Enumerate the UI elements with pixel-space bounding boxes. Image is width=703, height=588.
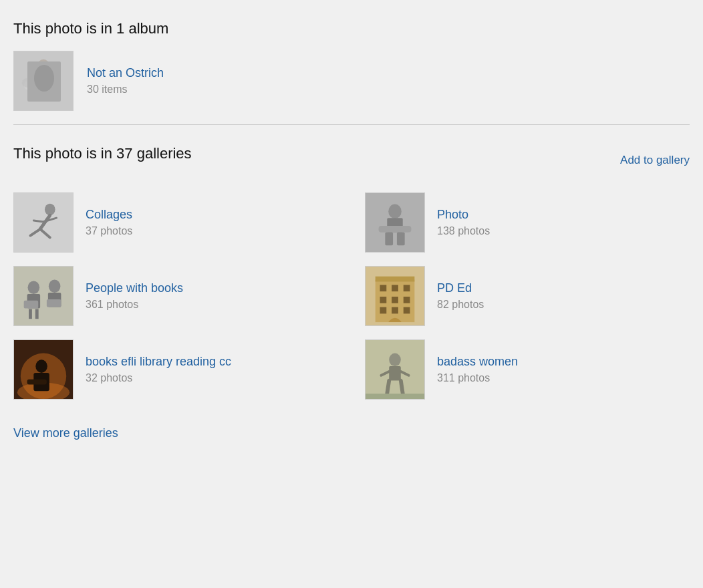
- album-info: Not an Ostrich 30 items: [87, 66, 164, 96]
- svg-rect-31: [376, 277, 415, 282]
- svg-rect-49: [389, 366, 401, 381]
- gallery-item-efli: books efli library reading cc 32 photos: [13, 339, 338, 400]
- gallery-count-people-with-books: 361 photos: [86, 299, 183, 311]
- album-section: This photo is in 1 album Not an Ostrich …: [13, 20, 690, 111]
- gallery-info-photo: Photo 138 photos: [437, 208, 490, 237]
- svg-rect-38: [380, 307, 387, 314]
- gallery-item-collages: Collages 37 photos: [13, 192, 338, 253]
- svg-rect-36: [392, 297, 398, 303]
- gallery-count-pd-ed: 82 photos: [437, 299, 484, 311]
- gallery-thumbnail-photo: [365, 192, 425, 253]
- svg-rect-3: [33, 84, 53, 100]
- svg-point-8: [45, 204, 55, 216]
- collages-thumb-svg: [14, 193, 73, 252]
- gallery-info-efli: books efli library reading cc 32 photos: [86, 355, 231, 384]
- gallery-thumbnail-badass: [365, 339, 425, 400]
- section-divider: [13, 124, 690, 125]
- svg-line-50: [387, 381, 389, 394]
- gallery-count-efli: 32 photos: [86, 372, 231, 384]
- svg-rect-40: [404, 307, 410, 314]
- gallery-name-people-with-books[interactable]: People with books: [86, 281, 183, 295]
- svg-point-48: [389, 353, 401, 367]
- svg-rect-19: [397, 233, 405, 246]
- svg-rect-17: [379, 226, 412, 233]
- svg-point-44: [35, 359, 47, 373]
- svg-point-2: [37, 59, 49, 73]
- gallery-name-badass-women[interactable]: badass women: [437, 355, 518, 368]
- photo-thumb-svg: [366, 193, 424, 252]
- galleries-header: This photo is in 37 galleries Add to gal…: [13, 145, 690, 176]
- album-count: 30 items: [87, 84, 164, 96]
- svg-rect-18: [385, 233, 393, 246]
- galleries-section: This photo is in 37 galleries Add to gal…: [13, 145, 690, 440]
- add-to-gallery-button[interactable]: Add to gallery: [620, 154, 690, 167]
- pded-thumb-svg: [366, 267, 424, 325]
- svg-rect-33: [392, 285, 398, 291]
- gallery-count-badass-women: 311 photos: [437, 372, 518, 384]
- galleries-grid: Collages 37 photos Photo 1: [13, 192, 690, 400]
- svg-rect-37: [404, 297, 410, 303]
- gallery-name-pd-ed[interactable]: PD Ed: [437, 281, 472, 295]
- svg-point-24: [49, 280, 61, 293]
- gallery-count-collages: 37 photos: [86, 225, 132, 237]
- album-row: Not an Ostrich 30 items: [13, 51, 690, 111]
- gallery-thumbnail-collages: [13, 192, 74, 253]
- svg-rect-23: [24, 301, 39, 309]
- svg-rect-20: [14, 267, 73, 325]
- gallery-item-badass-women: badass women 311 photos: [365, 339, 690, 400]
- svg-rect-35: [380, 297, 387, 303]
- svg-point-6: [22, 78, 33, 88]
- gallery-name-collages[interactable]: Collages: [86, 208, 132, 221]
- album-thumb-svg: [14, 51, 73, 110]
- svg-rect-34: [404, 285, 410, 291]
- svg-rect-32: [380, 285, 387, 291]
- gallery-item-photo: Photo 138 photos: [365, 192, 690, 253]
- svg-rect-26: [47, 299, 61, 307]
- gallery-count-photo: 138 photos: [437, 225, 490, 237]
- album-thumbnail: [13, 51, 74, 111]
- svg-point-21: [28, 281, 40, 295]
- efli-thumb-svg: [14, 340, 73, 399]
- svg-line-51: [401, 381, 403, 394]
- svg-point-1: [34, 63, 52, 86]
- gallery-info-people-with-books: People with books 361 photos: [86, 281, 183, 311]
- books-thumb-svg: [14, 267, 73, 325]
- gallery-item-people-with-books: People with books 361 photos: [13, 266, 338, 326]
- gallery-thumbnail-books: [13, 266, 74, 326]
- gallery-name-efli[interactable]: books efli library reading cc: [86, 355, 231, 368]
- svg-rect-54: [366, 394, 424, 399]
- gallery-thumbnail-efli: [13, 339, 74, 400]
- gallery-name-photo[interactable]: Photo: [437, 208, 468, 221]
- badass-thumb-svg: [366, 340, 424, 399]
- album-section-heading: This photo is in 1 album: [13, 20, 690, 37]
- svg-rect-46: [27, 380, 47, 385]
- gallery-thumbnail-pded: [365, 266, 425, 326]
- svg-line-13: [33, 220, 43, 222]
- gallery-info-collages: Collages 37 photos: [86, 208, 132, 237]
- svg-point-15: [388, 204, 402, 219]
- gallery-info-badass-women: badass women 311 photos: [437, 355, 518, 384]
- galleries-section-heading: This photo is in 37 galleries: [13, 145, 192, 162]
- svg-rect-39: [392, 307, 398, 314]
- gallery-info-pd-ed: PD Ed 82 photos: [437, 281, 484, 311]
- view-more-galleries-link[interactable]: View more galleries: [13, 426, 118, 440]
- gallery-item-pd-ed: PD Ed 82 photos: [365, 266, 690, 326]
- svg-point-4: [26, 76, 41, 90]
- album-name[interactable]: Not an Ostrich: [87, 66, 164, 80]
